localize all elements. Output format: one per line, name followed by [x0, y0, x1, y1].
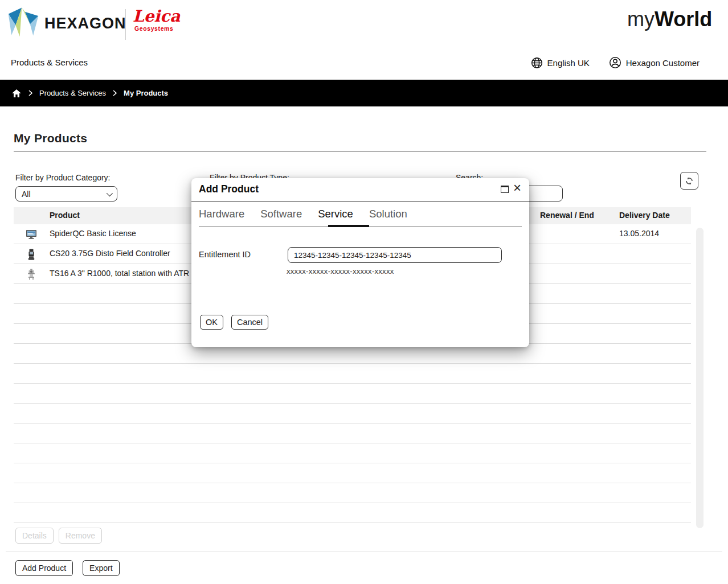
close-icon[interactable]: ×	[513, 179, 521, 196]
table-row[interactable]	[14, 404, 691, 423]
globe-icon	[531, 57, 543, 69]
ok-button[interactable]: OK	[200, 315, 223, 330]
details-button[interactable]: Details	[15, 528, 54, 544]
category-select-value: All	[22, 190, 31, 199]
myworld-logo: myWorld	[627, 8, 712, 31]
hexagon-logo-icon	[7, 5, 40, 39]
tab-solution[interactable]: Solution	[369, 208, 407, 227]
table-row[interactable]	[14, 463, 691, 483]
home-icon[interactable]	[11, 89, 22, 98]
entitlement-id-hint: xxxxx-xxxxx-xxxxx-xxxxx-xxxxx	[287, 267, 394, 275]
footer-divider	[6, 552, 722, 552]
dialog-buttons: OK Cancel	[200, 315, 268, 330]
add-product-button[interactable]: Add Product	[15, 560, 73, 576]
language-selector[interactable]: English UK	[531, 57, 590, 69]
tab-hardware[interactable]: Hardware	[199, 208, 244, 227]
breadcrumb-my-products: My Products	[124, 89, 168, 97]
row-actions: Details Remove	[15, 528, 102, 544]
hexagon-brand-text: HEXAGON	[44, 15, 126, 32]
add-product-dialog: Add Product × Hardware Software Service …	[191, 178, 529, 347]
page-title: My Products	[14, 131, 87, 145]
maximize-icon[interactable]	[501, 186, 509, 193]
column-header-product[interactable]: Product	[50, 211, 80, 220]
breadcrumb-products-services[interactable]: Products & Services	[39, 89, 106, 97]
myworld-bold-text: World	[655, 7, 712, 31]
breadcrumb: Products & Services My Products	[0, 80, 728, 106]
tab-service[interactable]: Service	[318, 208, 353, 227]
myworld-light-text: my	[627, 7, 655, 31]
column-header-renewal[interactable]: Renewal / End	[540, 211, 594, 220]
table-row[interactable]	[14, 483, 691, 503]
myworld-app: HEXAGON Leica Geosystems myWorld Product…	[0, 0, 728, 584]
column-header-delivery[interactable]: Delivery Date	[619, 211, 670, 220]
top-nav-right: English UK Hexagon Customer	[531, 56, 700, 69]
dialog-title: Add Product	[199, 183, 259, 195]
category-select[interactable]: All	[15, 186, 117, 201]
table-row[interactable]	[14, 384, 691, 404]
monitor-icon	[25, 228, 38, 241]
user-menu[interactable]: Hexagon Customer	[609, 56, 700, 69]
table-row[interactable]	[14, 364, 691, 384]
entitlement-id-label: Entitlement ID	[199, 250, 251, 259]
breadcrumb-chevron-icon	[28, 90, 32, 96]
dialog-tabs: Hardware Software Service Solution	[199, 208, 407, 227]
breadcrumb-chevron-icon	[113, 90, 117, 96]
table-scrollbar[interactable]	[696, 228, 704, 528]
product-name: SpiderQC Basic License	[50, 229, 136, 238]
entitlement-id-input[interactable]	[288, 247, 502, 263]
filter-category-label: Filter by Product Category:	[15, 173, 111, 182]
remove-button[interactable]: Remove	[59, 528, 102, 544]
delivery-date-value: 13.05.2014	[619, 229, 659, 238]
leica-logo: Leica Geosystems	[133, 8, 180, 32]
table-row[interactable]	[14, 443, 691, 463]
total-station-icon	[25, 268, 38, 281]
table-row[interactable]	[14, 423, 691, 443]
product-name: TS16 A 3" R1000, total station with ATR	[50, 269, 189, 278]
dialog-title-divider	[191, 201, 529, 202]
chevron-down-icon	[107, 190, 113, 196]
controller-icon	[25, 248, 38, 261]
nav-products-services[interactable]: Products & Services	[11, 57, 88, 67]
refresh-button[interactable]	[680, 172, 698, 190]
table-row[interactable]	[14, 503, 691, 523]
user-label: Hexagon Customer	[626, 58, 700, 68]
active-tab-indicator	[328, 225, 369, 227]
leica-brand-text: Leica	[133, 8, 180, 25]
product-name: CS20 3.75G Disto Field Controller	[50, 249, 170, 258]
tab-software[interactable]: Software	[260, 208, 302, 227]
user-icon	[609, 56, 621, 69]
cancel-button[interactable]: Cancel	[231, 315, 268, 330]
language-label: English UK	[547, 58, 590, 68]
refresh-icon	[685, 176, 694, 186]
brand-divider	[125, 9, 126, 40]
footer-actions: Add Product Export	[15, 560, 120, 576]
export-button[interactable]: Export	[83, 560, 119, 576]
title-divider	[14, 151, 706, 152]
leica-sub-text: Geosystems	[133, 25, 180, 32]
